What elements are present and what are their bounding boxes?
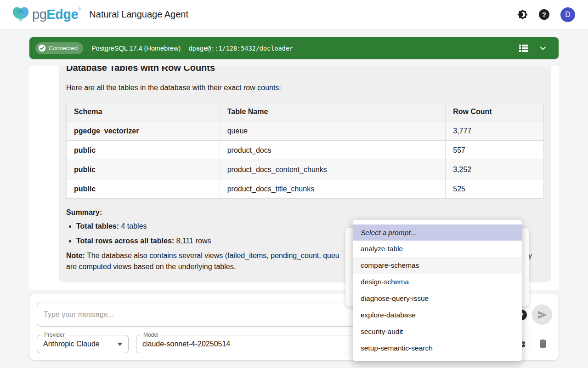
prompt-option[interactable]: design-schema: [353, 274, 522, 290]
column-header-table-name: Table Name: [220, 102, 446, 121]
prompt-option[interactable]: security-audit: [353, 323, 522, 340]
check-circle-icon: [38, 44, 46, 52]
prompt-option[interactable]: diagnose-query-issue: [353, 290, 522, 307]
trash-icon: [537, 338, 548, 349]
page-title: Natural Language Agent: [89, 9, 188, 20]
clear-chat-button[interactable]: [537, 338, 548, 349]
user-avatar[interactable]: D: [560, 7, 575, 22]
model-label: Model: [141, 332, 161, 338]
pgedge-logo-text: pgEdge®: [32, 7, 81, 22]
pgedge-logo: pgEdge®: [10, 4, 81, 25]
connection-string: dpage@::1/128:5432/docloader: [188, 45, 293, 52]
prompt-dropdown-menu: Select a prompt... analyze-table compare…: [353, 220, 522, 361]
table-row: pgedge_vectorizer queue 3,777: [67, 121, 544, 141]
note-left-text: Note: The database also contains several…: [66, 250, 339, 261]
column-header-row-count: Row Count: [446, 102, 544, 121]
server-version-label: PostgreSQL 17.4 (Homebrew): [91, 45, 181, 52]
connection-status-badge: Connected: [35, 42, 83, 54]
provider-select[interactable]: Provider Anthropic Claude: [37, 335, 129, 353]
connection-status-label: Connected: [49, 45, 78, 52]
prompt-option[interactable]: compare-schemas: [353, 257, 522, 274]
message-heading: Database Tables with Row Counts: [66, 66, 544, 74]
summary-heading: Summary:: [66, 208, 544, 217]
row-counts-table: Schema Table Name Row Count pgedge_vecto…: [66, 102, 544, 199]
table-header-row: Schema Table Name Row Count: [67, 102, 544, 121]
prompt-option[interactable]: explore-database: [353, 307, 522, 323]
app-header: pgEdge® Natural Language Agent ? D: [0, 0, 588, 29]
connection-bar: Connected PostgreSQL 17.4 (Homebrew) dpa…: [29, 37, 559, 59]
theme-toggle-button[interactable]: [517, 9, 528, 20]
pgedge-heart-icon: [10, 4, 31, 25]
dropdown-caret-icon: [118, 343, 122, 346]
avatar-initial: D: [565, 11, 571, 19]
prompt-option-placeholder[interactable]: Select a prompt...: [353, 224, 522, 241]
table-row: public product_docs_content_chunks 3,252: [67, 160, 544, 179]
server-list-icon[interactable]: [518, 43, 529, 53]
column-header-schema: Schema: [67, 102, 220, 121]
prompt-option[interactable]: analyze-table: [353, 241, 522, 257]
dark-mode-icon: [517, 9, 528, 20]
send-button[interactable]: [532, 305, 552, 325]
help-button[interactable]: ?: [539, 9, 549, 20]
prompt-option[interactable]: setup-semantic-search: [353, 340, 522, 356]
provider-value: Anthropic Claude: [43, 340, 100, 348]
table-row: public product_docs_title_chunks 525: [67, 179, 544, 199]
help-icon: ?: [542, 11, 546, 18]
provider-label: Provider: [42, 332, 67, 338]
message-intro: Here are all the tables in the database …: [66, 82, 544, 93]
send-icon: [537, 310, 548, 320]
model-value: claude-sonnet-4-20250514: [142, 340, 230, 348]
table-row: public product_docs 557: [67, 141, 544, 160]
chevron-down-icon[interactable]: [538, 44, 548, 53]
